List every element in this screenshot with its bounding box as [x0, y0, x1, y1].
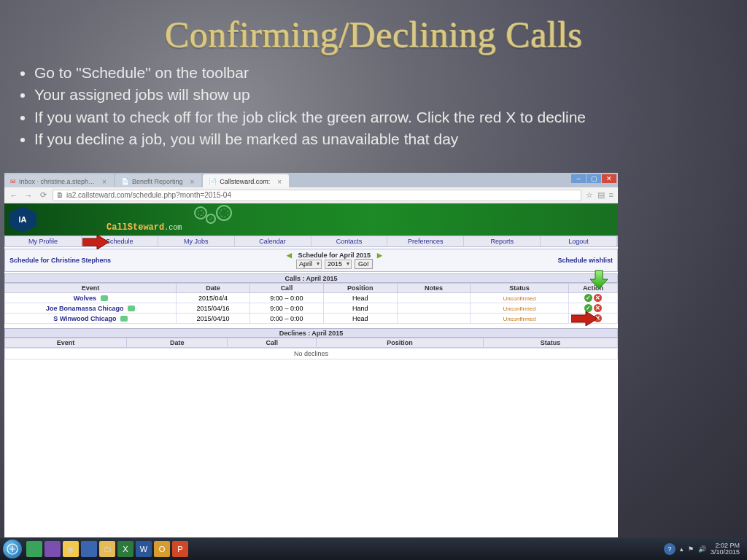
bullet: If you decline a job, you will be marked… — [34, 129, 729, 149]
nav-my-profile[interactable]: My Profile — [5, 236, 82, 246]
cell-date: 2015/04/16 — [177, 303, 250, 314]
taskbar: ◉ 🗀 X W O P ? ▴ ⚑ 🔊 2:02 PM 3/10/2015 — [0, 538, 747, 560]
chevron-up-icon[interactable]: ▴ — [680, 545, 684, 553]
taskbar-folder-icon[interactable]: 🗀 — [99, 541, 115, 557]
start-button[interactable] — [3, 540, 22, 559]
confirm-button[interactable]: ✓ — [584, 294, 592, 302]
table-row: Wolves 2015/04/49:00 – 0:00HeadUnconfirm… — [5, 293, 618, 303]
svg-marker-1 — [590, 271, 608, 289]
taskbar-excel-icon[interactable]: X — [117, 541, 133, 557]
col-notes: Notes — [397, 284, 471, 293]
taskbar-app-icon[interactable] — [44, 541, 61, 557]
chat-icon[interactable] — [101, 295, 108, 301]
main-nav: My Profile Schedule My Jobs Calendar Con… — [4, 236, 618, 247]
close-icon[interactable]: × — [277, 178, 282, 186]
url-input[interactable]: 🗎ia2.callsteward.com/schedule.php?month=… — [53, 190, 581, 201]
cell-position: Hand — [323, 303, 397, 314]
taskbar-outlook-icon[interactable]: O — [154, 541, 170, 557]
cell-event[interactable]: Wolves — [5, 293, 177, 303]
reload-button[interactable]: ⟳ — [38, 190, 48, 201]
tab-label: Inbox · christine.a.steph… — [19, 178, 95, 185]
forward-button[interactable]: → — [23, 190, 34, 201]
cell-notes — [397, 314, 471, 324]
col-date: Date — [177, 284, 250, 293]
menu-icon[interactable]: ≡ — [609, 190, 614, 200]
calls-table: Event Date Call Position Notes Status Ac… — [4, 283, 618, 324]
red-arrow-indicator — [82, 235, 109, 249]
gear-icon — [216, 205, 232, 221]
address-bar: ← → ⟳ 🗎ia2.callsteward.com/schedule.php?… — [4, 187, 618, 203]
chat-icon[interactable] — [128, 306, 135, 311]
table-row: S Winwood Chicago 2015/04/100:00 – 0:00H… — [5, 314, 618, 324]
schedule-title: Schedule for April 2015 — [298, 252, 371, 259]
taskbar-app-icon[interactable] — [26, 541, 42, 557]
back-button[interactable]: ← — [9, 190, 19, 201]
cell-action: ✓✕ — [568, 293, 617, 303]
nav-calendar[interactable]: Calendar — [235, 236, 311, 246]
schedule-wishlist-link[interactable]: Schedule wishlist — [557, 257, 613, 264]
drawer-icon[interactable]: ▤ — [597, 190, 605, 200]
col-status: Status — [484, 338, 618, 348]
bullet: Your assigned jobs will show up — [34, 85, 729, 105]
col-status: Status — [471, 284, 568, 293]
slide-title: Confirming/Declining Calls — [0, 0, 747, 55]
schedule-subheader: Schedule for Christine Stephens ◀ Schedu… — [4, 249, 618, 272]
tab-strip: ✉Inbox · christine.a.steph…× 📄Benefit Re… — [4, 173, 618, 187]
tab-label: Callsteward.com: — [220, 178, 270, 185]
taskbar-word-icon[interactable]: W — [136, 541, 152, 557]
decline-button[interactable]: ✕ — [594, 294, 602, 302]
help-icon[interactable]: ? — [664, 543, 676, 555]
browser-tab[interactable]: 📄Benefit Reporting× — [115, 174, 201, 187]
system-tray: ? ▴ ⚑ 🔊 2:02 PM 3/10/2015 — [664, 542, 744, 556]
close-icon[interactable]: × — [190, 178, 194, 186]
taskbar-app-icon[interactable] — [81, 541, 97, 557]
cell-status: Unconfirmed — [471, 293, 568, 303]
site-banner: IA CallSteward.com — [4, 203, 618, 236]
go-button[interactable]: Go! — [355, 259, 373, 269]
minimize-button[interactable]: – — [571, 174, 586, 183]
calls-section-title: Calls : April 2015 — [4, 273, 618, 283]
taskbar-powerpoint-icon[interactable]: P — [172, 541, 188, 557]
cell-event[interactable]: S Winwood Chicago — [5, 314, 177, 324]
cell-call: 9:00 – 0:00 — [249, 303, 323, 314]
month-select[interactable]: April — [296, 260, 322, 269]
browser-tab-active[interactable]: 📄Callsteward.com:× — [203, 174, 289, 187]
schedule-user-label: Schedule for Christine Stephens — [9, 257, 111, 264]
cell-date: 2015/04/4 — [177, 293, 250, 303]
table-header-row: Event Date Call Position Status — [5, 338, 618, 348]
year-select[interactable]: 2015 — [325, 260, 352, 269]
browser-tab[interactable]: ✉Inbox · christine.a.steph…× — [4, 174, 114, 187]
tab-label: Benefit Reporting — [132, 178, 183, 185]
flag-icon[interactable]: ⚑ — [688, 545, 694, 553]
page-icon: 📄 — [121, 178, 129, 185]
star-icon[interactable]: ☆ — [586, 190, 593, 200]
cell-event[interactable]: Joe Bonamassa Chicago — [5, 303, 177, 314]
cell-call: 9:00 – 0:00 — [249, 293, 323, 303]
col-event: Event — [5, 338, 127, 348]
nav-my-jobs[interactable]: My Jobs — [158, 236, 235, 246]
site-brand: CallSteward.com — [107, 222, 182, 233]
next-month-icon[interactable]: ▶ — [377, 252, 382, 259]
close-icon[interactable]: × — [102, 178, 107, 186]
nav-contacts[interactable]: Contacts — [311, 236, 388, 246]
page-icon: 📄 — [209, 178, 217, 185]
window-controls: – ▢ ✕ — [571, 174, 616, 183]
declines-table: Event Date Call Position Status — [4, 338, 618, 348]
nav-logout[interactable]: Logout — [541, 236, 617, 246]
maximize-button[interactable]: ▢ — [587, 174, 601, 183]
taskbar-clock[interactable]: 2:02 PM 3/10/2015 — [711, 542, 740, 556]
prev-month-icon[interactable]: ◀ — [287, 252, 292, 259]
red-arrow-indicator — [571, 311, 597, 326]
chat-icon[interactable] — [120, 316, 128, 322]
volume-icon[interactable]: 🔊 — [698, 545, 706, 553]
nav-reports[interactable]: Reports — [464, 236, 541, 246]
close-button[interactable]: ✕ — [602, 174, 616, 183]
cell-position: Head — [323, 293, 397, 303]
col-call: Call — [228, 338, 317, 348]
taskbar-chrome-icon[interactable]: ◉ — [63, 541, 79, 557]
col-position: Position — [323, 284, 397, 293]
cell-status: Unconfirmed — [471, 303, 568, 314]
nav-preferences[interactable]: Preferences — [387, 236, 464, 246]
col-position: Position — [317, 338, 484, 348]
mail-icon: ✉ — [10, 178, 16, 185]
